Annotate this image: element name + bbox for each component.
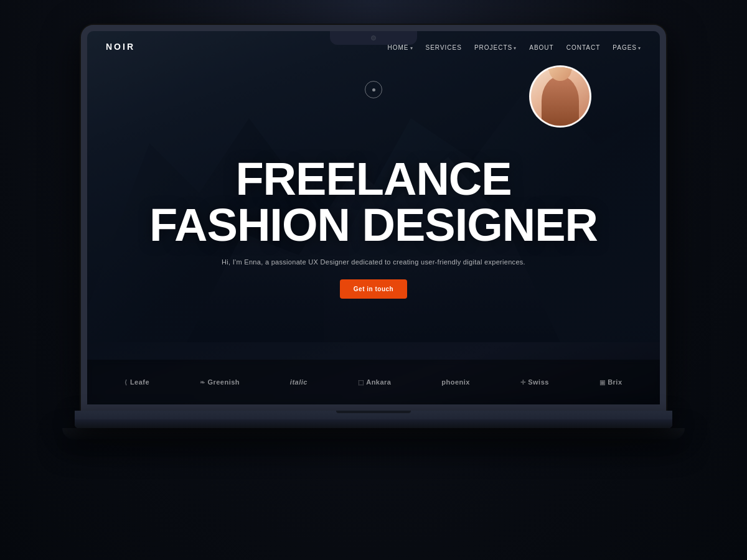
laptop-container: NOIR HOME▾ SERVICES PROJECTS▾ <box>68 25 679 535</box>
laptop-lid: NOIR HOME▾ SERVICES PROJECTS▾ <box>81 25 666 411</box>
hero-subtitle: Hi, I'm Enna, a passionate UX Designer d… <box>222 258 525 266</box>
camera-dot <box>371 35 376 40</box>
camera-notch <box>330 31 417 45</box>
brand-phoenix: phoenix <box>441 378 470 386</box>
leafe-icon: ⟨ <box>125 379 128 386</box>
greenish-icon: ❧ <box>200 379 205 386</box>
nav-link-about[interactable]: ABOUT <box>529 44 553 51</box>
nav-item-projects[interactable]: PROJECTS▾ <box>474 41 517 52</box>
nav-link-services[interactable]: SERVICES <box>426 44 462 51</box>
nav-item-services[interactable]: SERVICES <box>426 41 462 52</box>
nav-item-pages[interactable]: PAGES▾ <box>613 41 641 52</box>
laptop-base <box>75 411 672 428</box>
swiss-icon: ✛ <box>520 379 526 386</box>
nav-link-contact[interactable]: CONTACT <box>566 44 601 51</box>
brand-italic: italic <box>290 378 308 386</box>
brand-brix: ▣ Brix <box>599 378 622 386</box>
hero-title-line2: FASHION DESIGNER <box>149 202 598 248</box>
brix-icon: ▣ <box>599 379 606 386</box>
hero-section: FREELANCE FASHION DESIGNER Hi, I'm Enna,… <box>87 31 660 404</box>
nav-link-pages[interactable]: PAGES▾ <box>613 44 641 51</box>
nav-logo[interactable]: NOIR <box>106 42 135 52</box>
hero-title: FREELANCE FASHION DESIGNER <box>149 156 598 248</box>
cta-button[interactable]: Get in touch <box>340 279 407 299</box>
screen: NOIR HOME▾ SERVICES PROJECTS▾ <box>87 31 660 404</box>
ankara-icon: ⬚ <box>358 379 364 386</box>
brands-bar: ⟨ Leafe ❧ Greenish italic ⬚ Ankara phoen… <box>87 360 660 404</box>
nav-links: HOME▾ SERVICES PROJECTS▾ <box>388 41 642 52</box>
brand-swiss: ✛ Swiss <box>520 378 549 386</box>
brand-greenish: ❧ Greenish <box>200 378 240 386</box>
nav-link-home[interactable]: HOME▾ <box>388 44 413 51</box>
hero-title-line1: FREELANCE <box>149 156 598 202</box>
brand-ankara: ⬚ Ankara <box>358 378 392 386</box>
laptop-bottom <box>62 428 685 439</box>
nav-item-about[interactable]: ABOUT <box>529 41 553 52</box>
nav-item-contact[interactable]: CONTACT <box>566 41 601 52</box>
nav-link-projects[interactable]: PROJECTS▾ <box>474 44 517 51</box>
brand-leafe: ⟨ Leafe <box>125 378 149 386</box>
